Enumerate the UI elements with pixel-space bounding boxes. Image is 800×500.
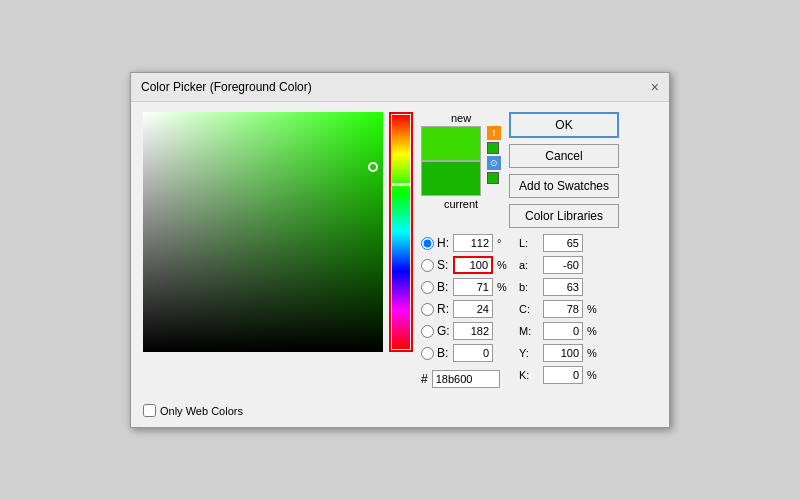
k-label: K:	[519, 369, 539, 381]
picker-circle	[368, 162, 378, 172]
r-label: R:	[437, 302, 449, 316]
dialog-title: Color Picker (Foreground Color)	[141, 80, 312, 94]
m-input[interactable]	[543, 322, 583, 340]
y-input[interactable]	[543, 344, 583, 362]
web-colors-text: Only Web Colors	[160, 405, 243, 417]
h-radio[interactable]	[421, 237, 434, 250]
hex-row: #	[421, 370, 511, 388]
c-input[interactable]	[543, 300, 583, 318]
preview-wrapper: ! ⊙	[421, 126, 501, 196]
s-radio[interactable]	[421, 259, 434, 272]
l-input[interactable]	[543, 234, 583, 252]
m-row: M: %	[519, 322, 601, 340]
b-label: B:	[437, 280, 448, 294]
c-unit: %	[587, 303, 601, 315]
b3-label: b:	[519, 281, 539, 293]
b-radio-label[interactable]: B:	[421, 280, 449, 294]
center-section: new ! ⊙ current	[421, 112, 657, 388]
ok-button[interactable]: OK	[509, 112, 619, 138]
s-row: S: %	[421, 256, 511, 274]
h-input[interactable]	[453, 234, 493, 252]
top-center: new ! ⊙ current	[421, 112, 657, 228]
hue-marker	[392, 183, 410, 186]
b2-radio[interactable]	[421, 347, 434, 360]
s-unit: %	[497, 259, 511, 271]
alert-icon: !	[487, 126, 501, 140]
current-label: current	[444, 198, 478, 210]
buttons-column: OK Cancel Add to Swatches Color Librarie…	[509, 112, 619, 228]
color-picker-dialog: Color Picker (Foreground Color) × new	[130, 72, 670, 428]
color-preview-area: new ! ⊙ current	[421, 112, 501, 210]
picker-section	[143, 112, 413, 388]
hsb-rgb-fields: H: ° S: %	[421, 234, 511, 388]
b2-radio-label[interactable]: B:	[421, 346, 449, 360]
b3-row: b:	[519, 278, 601, 296]
y-label: Y:	[519, 347, 539, 359]
r-radio[interactable]	[421, 303, 434, 316]
k-row: K: %	[519, 366, 601, 384]
close-button[interactable]: ×	[651, 79, 659, 95]
k-input[interactable]	[543, 366, 583, 384]
h-radio-label[interactable]: H:	[421, 236, 449, 250]
b2-input[interactable]	[453, 344, 493, 362]
color-gradient[interactable]	[143, 112, 383, 352]
r-input[interactable]	[453, 300, 493, 318]
g-row: G:	[421, 322, 511, 340]
web-colors-checkbox[interactable]	[143, 404, 156, 417]
s-input[interactable]	[453, 256, 493, 274]
m-unit: %	[587, 325, 601, 337]
color-gradient-area[interactable]	[143, 112, 383, 352]
layers-icon: ⊙	[487, 156, 501, 170]
lab-cmyk-fields: L: a: b: C:	[519, 234, 601, 388]
preview-icons: ! ⊙	[487, 126, 501, 184]
y-row: Y: %	[519, 344, 601, 362]
hex-hash: #	[421, 372, 428, 386]
c-row: C: %	[519, 300, 601, 318]
m-label: M:	[519, 325, 539, 337]
y-unit: %	[587, 347, 601, 359]
b-unit: %	[497, 281, 511, 293]
green-square-top	[487, 142, 499, 154]
cancel-button[interactable]: Cancel	[509, 144, 619, 168]
c-label: C:	[519, 303, 539, 315]
h-row: H: °	[421, 234, 511, 252]
l-row: L:	[519, 234, 601, 252]
h-unit: °	[497, 237, 511, 249]
color-libraries-button[interactable]: Color Libraries	[509, 204, 619, 228]
s-radio-label[interactable]: S:	[421, 258, 449, 272]
l-label: L:	[519, 237, 539, 249]
green-square-bottom	[487, 172, 499, 184]
new-color-preview[interactable]	[421, 126, 481, 161]
preview-blocks	[421, 126, 481, 196]
r-row: R:	[421, 300, 511, 318]
new-label: new	[451, 112, 471, 124]
h-label: H:	[437, 236, 449, 250]
g-radio-label[interactable]: G:	[421, 324, 449, 338]
fields-area: H: ° S: %	[421, 234, 657, 388]
a-input[interactable]	[543, 256, 583, 274]
a-label: a:	[519, 259, 539, 271]
hue-slider-container	[389, 112, 413, 352]
current-color-preview[interactable]	[421, 161, 481, 196]
hue-slider[interactable]	[392, 115, 410, 349]
g-radio[interactable]	[421, 325, 434, 338]
b3-input[interactable]	[543, 278, 583, 296]
title-bar: Color Picker (Foreground Color) ×	[131, 73, 669, 102]
b2-label: B:	[437, 346, 448, 360]
dialog-body: new ! ⊙ current	[131, 102, 669, 398]
g-input[interactable]	[453, 322, 493, 340]
hex-input[interactable]	[432, 370, 500, 388]
b-row: B: %	[421, 278, 511, 296]
bottom-bar: Only Web Colors	[131, 398, 669, 427]
s-label: S:	[437, 258, 448, 272]
web-colors-label[interactable]: Only Web Colors	[143, 404, 243, 417]
add-to-swatches-button[interactable]: Add to Swatches	[509, 174, 619, 198]
a-row: a:	[519, 256, 601, 274]
r-radio-label[interactable]: R:	[421, 302, 449, 316]
k-unit: %	[587, 369, 601, 381]
b2-row: B:	[421, 344, 511, 362]
b-radio[interactable]	[421, 281, 434, 294]
b-input[interactable]	[453, 278, 493, 296]
g-label: G:	[437, 324, 450, 338]
